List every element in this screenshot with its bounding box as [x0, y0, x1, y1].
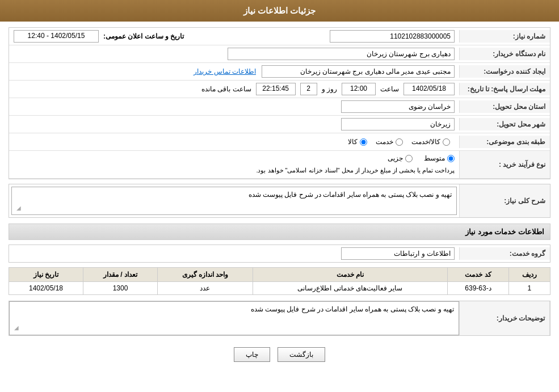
- resize-icon: ◢: [16, 205, 21, 211]
- col-unit: واحد اندازه گیری: [157, 267, 253, 281]
- announce-date-label: تاریخ و ساعت اعلان عمومی:: [103, 32, 184, 40]
- city-label: شهر محل تحویل:: [459, 118, 550, 130]
- category-goods-services-label: کالا/خدمت: [411, 138, 440, 146]
- need-description-value: تهیه و نصب بلاک پستی به همراه سایر اقدام…: [21, 191, 452, 199]
- need-description-box: تهیه و نصب بلاک پستی به همراه سایر اقدام…: [11, 187, 457, 215]
- col-date: تاریخ نیاز: [9, 267, 83, 281]
- services-table: ردیف کد خدمت نام خدمت واحد اندازه گیری ت…: [9, 267, 550, 295]
- table-cell-date: 1402/05/18: [9, 281, 83, 294]
- send-date-value: 1402/05/18: [404, 83, 455, 95]
- category-radio-service-input[interactable]: [396, 138, 403, 146]
- col-name: نام خدمت: [253, 267, 447, 281]
- creator-label: ایجاد کننده درخواست:: [459, 65, 550, 78]
- page-title: جزئیات اطلاعات نیاز: [0, 0, 559, 22]
- announce-date-value: 1402/05/15 - 12:40: [14, 30, 99, 43]
- table-row: 1د-63-639سایر فعالیت‌های خدماتی اطلاع‌رس…: [9, 281, 550, 294]
- print-button[interactable]: چاپ: [234, 347, 270, 362]
- process-type-small-label: جزیی: [388, 153, 403, 164]
- footer-buttons: بازگشت چاپ: [9, 342, 550, 368]
- table-cell-code: د-63-639: [448, 281, 509, 294]
- table-cell-quantity: 1300: [83, 281, 158, 294]
- table-cell-unit: عدد: [157, 281, 253, 294]
- need-number-label: شماره نیاز:: [459, 30, 550, 43]
- send-remaining-value: 22:15:45: [256, 83, 296, 95]
- category-radio-goods-input[interactable]: [360, 138, 367, 146]
- category-label: طبقه بندی موضوعی:: [459, 136, 550, 148]
- send-days-label: روز و: [322, 85, 337, 93]
- services-section-title: اطلاعات خدمات مورد نیاز: [9, 224, 550, 240]
- col-code: کد خدمت: [448, 267, 509, 281]
- category-radio-goods-services-input[interactable]: [443, 138, 450, 146]
- buyer-description-label: توضیحات خریدار:: [459, 301, 550, 335]
- service-group-value: اطلاعات و ارتباطات: [341, 247, 455, 260]
- process-type-radio-medium-input[interactable]: [447, 155, 455, 162]
- send-remaining-label: ساعت باقی مانده: [201, 85, 251, 93]
- back-button[interactable]: بازگشت: [278, 347, 325, 362]
- buyer-org-value: دهیاری برج شهرستان زیرخان: [228, 48, 455, 60]
- process-type-radio-small-input[interactable]: [405, 155, 413, 162]
- creator-value: مجتبی عیدی مدیر مالی دهیاری برج شهرستان …: [262, 65, 455, 78]
- send-time-label: ساعت: [380, 85, 399, 93]
- table-cell-name: سایر فعالیت‌های خدماتی اطلاع‌رسانی: [253, 281, 447, 294]
- category-service-label: خدمت: [376, 138, 393, 146]
- send-time-value: 12:00: [342, 83, 376, 95]
- process-type-radio-medium[interactable]: متوسط: [424, 153, 455, 164]
- table-cell-row: 1: [508, 281, 550, 294]
- category-goods-label: کالا: [348, 138, 358, 146]
- buyer-org-label: نام دستگاه خریدار:: [459, 48, 550, 60]
- process-type-note: پرداخت تمام یا بخشی از مبلغ خریدار از مح…: [14, 166, 455, 176]
- category-radio-service[interactable]: خدمت: [376, 138, 403, 146]
- send-date-label: مهلت ارسال پاسخ: تا تاریخ:: [459, 83, 550, 95]
- province-label: استان محل تحویل:: [459, 100, 550, 113]
- process-type-radio-small[interactable]: جزیی: [388, 153, 413, 164]
- category-radio-goods[interactable]: کالا: [348, 138, 367, 146]
- category-radio-goods-services[interactable]: کالا/خدمت: [411, 138, 450, 146]
- col-row: ردیف: [508, 267, 550, 281]
- service-group-label: گروه خدمت:: [459, 247, 550, 260]
- need-description-label: شرح کلی نیاز:: [459, 184, 550, 217]
- col-quantity: تعداد / مقدار: [83, 267, 158, 281]
- contact-info-link[interactable]: اطلاعات تماس خریدار: [194, 68, 256, 75]
- buyer-description-value: تهیه و نصب بلاک پستی به همراه سایر اقدام…: [14, 305, 454, 313]
- need-number-value: 1102102883000005: [330, 30, 455, 43]
- send-days-value: 2: [300, 83, 317, 95]
- process-type-label: نوع فرآیند خرید :: [459, 151, 550, 178]
- process-type-medium-label: متوسط: [424, 153, 445, 164]
- province-value: خراسان رضوی: [341, 100, 455, 113]
- city-value: زیرخان: [341, 118, 455, 130]
